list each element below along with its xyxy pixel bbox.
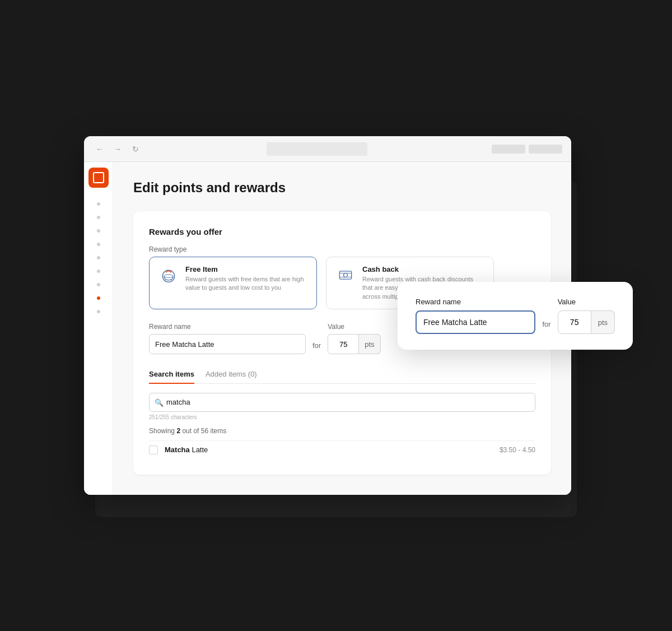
browser-chrome: ← → ↻ — [84, 136, 571, 162]
svg-point-1 — [164, 275, 173, 277]
item-name: Matcha Latte — [165, 446, 493, 454]
sidebar-logo[interactable] — [88, 168, 109, 188]
item-checkbox[interactable] — [149, 446, 158, 454]
reward-name-input[interactable] — [149, 334, 306, 354]
reward-name-label: Reward name — [149, 323, 306, 331]
tab-added-items[interactable]: Added items (0) — [206, 365, 257, 384]
sidebar-nav-item-active[interactable] — [97, 296, 100, 300]
cash-back-name: Cash back — [362, 265, 484, 273]
item-price: $3.50 - 4.50 — [500, 446, 535, 454]
free-item-desc: Reward guests with free items that are h… — [185, 275, 307, 293]
value-group: Value pts — [328, 323, 372, 354]
free-item-name: Free Item — [185, 265, 307, 273]
floating-pts-label: pts — [591, 310, 615, 334]
search-wrapper: 🔍 — [149, 393, 535, 412]
floating-reward-name-label: Reward name — [416, 298, 535, 306]
floating-value-label: Value — [558, 298, 615, 306]
sidebar-nav-item[interactable] — [97, 243, 100, 246]
sidebar-nav-item[interactable] — [97, 202, 100, 206]
floating-form-row: Reward name for Value pts — [416, 298, 615, 334]
search-input[interactable] — [149, 393, 535, 412]
floating-name-group: Reward name — [416, 298, 535, 334]
search-icon: 🔍 — [155, 398, 164, 406]
floating-value-group: Value pts — [558, 298, 615, 334]
tab-search-items[interactable]: Search items — [149, 365, 194, 384]
sidebar-nav — [97, 202, 100, 313]
floating-reward-name-input[interactable] — [416, 310, 535, 334]
app-logo-icon — [93, 172, 104, 183]
toolbar-item — [492, 145, 525, 154]
sidebar-nav-item[interactable] — [97, 256, 100, 259]
pts-label: pts — [359, 334, 380, 354]
floating-value-input[interactable] — [558, 310, 591, 334]
sidebar — [84, 162, 113, 495]
svg-rect-2 — [339, 271, 351, 279]
sidebar-nav-item[interactable] — [97, 283, 100, 286]
sidebar-nav-item[interactable] — [97, 310, 100, 313]
free-item-option[interactable]: Free Item Reward guests with free items … — [149, 257, 317, 309]
page-title: Edit points and rewards — [133, 180, 551, 196]
address-bar[interactable] — [267, 142, 367, 156]
tabs: Search items Added items (0) — [149, 365, 535, 384]
for-label: for — [312, 341, 321, 354]
sidebar-nav-item[interactable] — [97, 216, 100, 219]
bowl-icon — [158, 265, 179, 285]
toolbar-item — [529, 145, 562, 154]
char-count: 251/255 characters — [149, 414, 535, 420]
value-label: Value — [328, 323, 372, 331]
free-item-text: Free Item Reward guests with free items … — [185, 265, 307, 293]
back-button[interactable]: ← — [93, 142, 106, 156]
sidebar-nav-item[interactable] — [97, 270, 100, 273]
refresh-button[interactable]: ↻ — [129, 142, 142, 156]
results-count: Showing 2 out of 56 items — [149, 427, 535, 435]
forward-button[interactable]: → — [111, 142, 124, 156]
reward-type-label: Reward type — [149, 245, 535, 253]
reward-name-group: Reward name — [149, 323, 306, 354]
rewards-section-title: Rewards you offer — [149, 227, 535, 236]
browser-toolbar — [492, 145, 562, 154]
cashback-icon — [335, 265, 356, 285]
sidebar-nav-item[interactable] — [97, 229, 100, 233]
item-row[interactable]: Matcha Latte $3.50 - 4.50 — [149, 440, 535, 459]
svg-point-3 — [343, 273, 347, 277]
value-input[interactable] — [328, 334, 359, 354]
floating-reward-card: Reward name for Value pts — [398, 282, 633, 350]
floating-value-wrap: pts — [558, 310, 615, 334]
floating-for-label: for — [542, 320, 550, 334]
value-wrapper: pts — [328, 334, 372, 354]
